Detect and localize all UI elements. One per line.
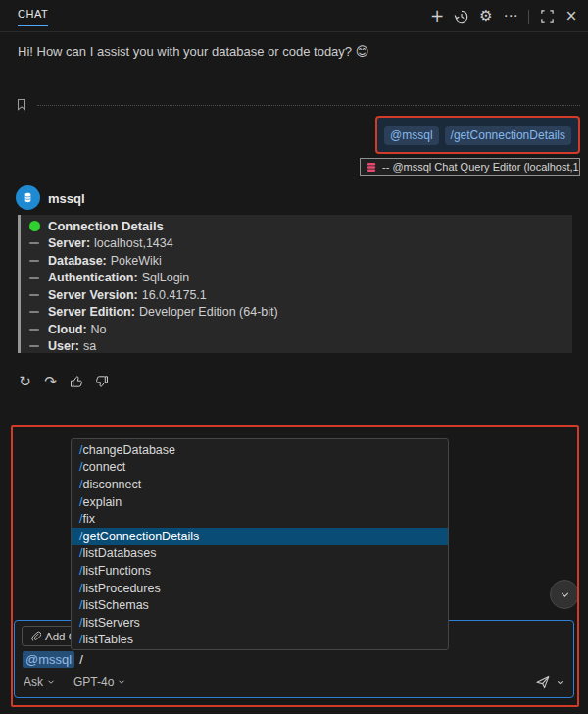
chat-panel: CHAT + ⚙ ⋯ × Hi! How can I assist you wi… <box>0 0 588 714</box>
slash-menu-item[interactable]: /listTables <box>72 632 448 649</box>
model-dropdown[interactable]: GPT-4o <box>74 675 126 688</box>
slash-menu-item[interactable]: /listProcedures <box>72 580 448 597</box>
send-button-group[interactable] <box>535 674 564 689</box>
scroll-down-button[interactable] <box>550 580 579 609</box>
typed-text: / <box>79 652 83 667</box>
command-name: listFunctions <box>82 564 150 578</box>
field-value: Developer Edition (64-bit) <box>139 305 278 319</box>
user-request-message[interactable]: @mssql /getConnectionDetails <box>375 116 580 154</box>
thumbs-up-icon[interactable] <box>67 372 85 390</box>
command-name: listTables <box>82 633 132 646</box>
field-value: PokeWiki <box>111 254 162 268</box>
field-value: 16.0.4175.1 <box>142 288 207 302</box>
response-actions: ↻ ↷ <box>16 372 111 390</box>
command-name: listSchemas <box>82 598 148 612</box>
paperclip-icon <box>30 631 41 642</box>
slash-command-chip[interactable]: /getConnectionDetails <box>445 126 571 145</box>
redo-icon[interactable]: ↷ <box>41 372 60 390</box>
slash-menu-item[interactable]: /fix <box>72 510 448 528</box>
maximize-panel-icon[interactable] <box>536 6 558 27</box>
field-label: Server Edition: <box>48 305 135 319</box>
command-name: connect <box>82 460 125 474</box>
thumbs-down-icon[interactable] <box>92 372 111 390</box>
mode-dropdown[interactable]: Ask <box>24 675 56 688</box>
chevron-down-icon <box>559 588 571 601</box>
bookmark-icon[interactable] <box>15 97 28 112</box>
field-label: Server Version: <box>48 288 138 302</box>
history-icon[interactable] <box>451 6 472 27</box>
mssql-avatar-glyph <box>22 191 34 204</box>
titlebar-divider <box>528 10 529 24</box>
gear-icon[interactable]: ⚙ <box>475 6 497 27</box>
field-value: sa <box>83 339 96 353</box>
mode-label: Ask <box>24 675 43 688</box>
connection-field-row: Database: PokeWiki <box>29 252 566 270</box>
slash-menu-item[interactable]: /listDatabases <box>72 545 448 563</box>
new-chat-icon[interactable]: + <box>426 6 448 27</box>
slash-menu-item-selected[interactable]: /getConnectionDetails <box>72 528 448 545</box>
connection-field-row: Server Version: 16.0.4175.1 <box>29 286 566 304</box>
assistant-greeting: Hi! How can I assist you with your datab… <box>18 44 368 59</box>
slash-menu-item[interactable]: /listServers <box>72 614 448 632</box>
assistant-name: mssql <box>48 191 85 206</box>
send-icon[interactable] <box>535 674 551 689</box>
field-label: Server: <box>48 236 90 250</box>
database-icon <box>366 161 377 174</box>
field-label: Database: <box>48 254 107 268</box>
connection-field-row: Server Edition: Developer Edition (64-bi… <box>29 304 566 322</box>
command-name: getConnectionDetails <box>82 530 199 543</box>
connection-field-row: Authentication: SqlLogin <box>29 270 566 287</box>
field-value: localhost,1434 <box>94 236 173 250</box>
title-bar: CHAT + ⚙ ⋯ × <box>0 0 588 32</box>
chevron-down-icon[interactable] <box>556 678 564 687</box>
slash-command-menu: /changeDatabase /connect /disconnect /ex… <box>71 438 449 650</box>
command-name: explain <box>82 495 122 509</box>
command-name: listServers <box>82 616 139 630</box>
slash-menu-item[interactable]: /listFunctions <box>72 562 448 580</box>
slash-menu-item[interactable]: /disconnect <box>72 476 448 493</box>
bullet-dash <box>29 242 39 244</box>
field-value: SqlLogin <box>142 271 190 284</box>
prompt-text[interactable]: @mssql / <box>23 651 83 668</box>
slash-menu-item[interactable]: /changeDatabase <box>72 441 448 459</box>
model-label: GPT-4o <box>74 675 114 688</box>
bullet-dash <box>29 260 39 262</box>
bullet-dash <box>29 294 39 296</box>
bullet-dash <box>29 277 39 279</box>
command-name: listProcedures <box>82 582 160 595</box>
editor-reference-label: -- @mssql Chat Query Editor (localhost,1 <box>382 161 579 173</box>
connection-field-row: Server: localhost,1434 <box>29 235 566 253</box>
command-name: changeDatabase <box>82 443 175 457</box>
tab-chat[interactable]: CHAT <box>18 8 48 26</box>
connection-title-row: Connection Details <box>29 218 566 235</box>
bullet-dash <box>29 311 39 313</box>
conversation-divider <box>37 105 580 106</box>
editor-reference[interactable]: -- @mssql Chat Query Editor (localhost,1 <box>360 158 580 176</box>
more-actions-icon[interactable]: ⋯ <box>500 6 521 27</box>
agent-mention-chip[interactable]: @mssql <box>384 126 439 145</box>
titlebar-actions: + ⚙ ⋯ × <box>426 0 582 32</box>
field-label: Authentication: <box>48 271 138 284</box>
connection-field-row: User: sa <box>29 338 566 356</box>
connection-title: Connection Details <box>48 219 164 233</box>
slash-menu-item[interactable]: /connect <box>72 459 448 477</box>
bullet-dash <box>29 345 39 347</box>
slash-menu-item[interactable]: /listSchemas <box>72 596 448 614</box>
connection-details-block: Connection Details Server: localhost,143… <box>18 215 572 353</box>
field-value: No <box>91 323 107 336</box>
agent-chip[interactable]: @mssql <box>23 651 74 668</box>
retry-icon[interactable]: ↻ <box>16 372 34 390</box>
input-footer: Ask GPT-4o <box>24 673 564 690</box>
command-name: listDatabases <box>82 546 156 560</box>
close-icon[interactable]: × <box>561 6 582 27</box>
block-scrollbar[interactable] <box>18 215 21 353</box>
chevron-down-icon <box>117 677 126 687</box>
field-label: User: <box>48 339 79 353</box>
field-label: Cloud: <box>48 323 87 336</box>
mssql-avatar <box>16 185 40 210</box>
slash-menu-item[interactable]: /explain <box>72 493 448 511</box>
command-name: disconnect <box>82 478 141 491</box>
status-dot-green <box>29 221 40 231</box>
connection-field-row: Cloud: No <box>29 321 566 338</box>
chevron-down-icon <box>46 677 56 687</box>
